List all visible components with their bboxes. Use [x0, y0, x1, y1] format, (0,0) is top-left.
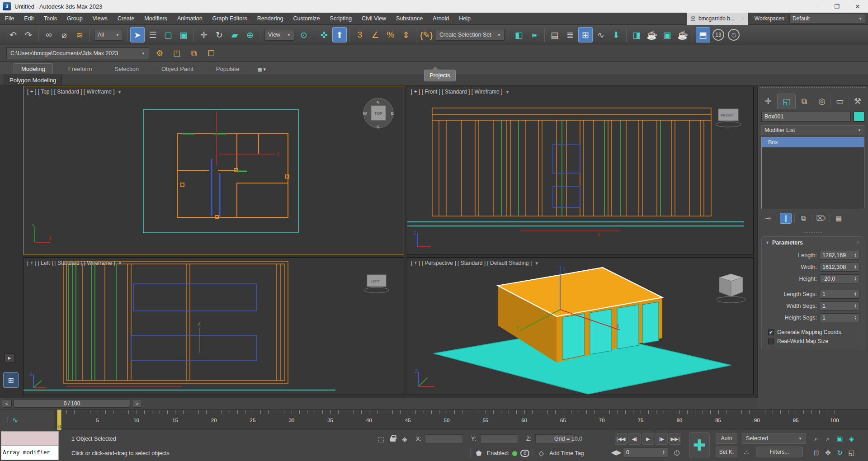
menu-graph-editors[interactable]: Graph Editors: [208, 13, 252, 25]
command-panel-tab-display[interactable]: ▭: [831, 94, 849, 109]
zoom-extents-button[interactable]: ▣: [835, 433, 845, 444]
viewport-left[interactable]: [ + ] [ Left ] [ Standard ] [ Wireframe …: [23, 257, 404, 395]
menu-modifiers[interactable]: Modifiers: [139, 13, 172, 25]
mini-curve-editor-button[interactable]: ⋮∿: [0, 409, 54, 431]
parameters-rollout-header[interactable]: ▼ Parameters ⠿: [762, 237, 864, 249]
percent-snap-icon[interactable]: %: [383, 27, 398, 42]
length-field[interactable]: 1282,169▲▼: [820, 251, 859, 260]
toggle-ribbon-icon[interactable]: ⊞: [578, 27, 593, 42]
keyboard-shortcut-override-icon[interactable]: ⬆: [332, 27, 347, 42]
curve-editor-icon[interactable]: ∿: [594, 27, 608, 42]
spinner-arrows[interactable]: ▲▼: [854, 265, 857, 269]
use-pivot-point-center-icon[interactable]: ⊙: [297, 27, 311, 42]
select-by-name-icon[interactable]: ☰: [146, 27, 160, 42]
orbit-button[interactable]: ↻: [835, 447, 845, 458]
key-mode-toggle[interactable]: ◀▶: [611, 447, 621, 457]
tab-polygon-modeling[interactable]: Polygon Modeling: [4, 75, 62, 85]
window-crossing-icon[interactable]: ▣: [176, 27, 191, 42]
menu-rendering[interactable]: Rendering: [252, 13, 288, 25]
auto-key-button[interactable]: Auto: [716, 433, 737, 444]
menu-edit[interactable]: Edit: [19, 13, 39, 25]
next-frame-button[interactable]: >: [132, 399, 142, 408]
add-time-tag[interactable]: Add Time Tag: [549, 450, 584, 456]
menu-substance[interactable]: Substance: [391, 13, 428, 25]
viewport-front[interactable]: [ + ] [ Front ] [ Standard ] [ Wireframe…: [407, 86, 754, 254]
project-settings-icon[interactable]: ⚙: [153, 47, 166, 60]
modifier-list-dropdown[interactable]: Modifier List ▼: [761, 125, 864, 135]
menu-civil-view[interactable]: Civil View: [357, 13, 391, 25]
schematic-view-icon[interactable]: ⬇: [609, 27, 623, 42]
key-filters-button[interactable]: Filters...: [756, 447, 803, 457]
width-segs-field[interactable]: 1▲▼: [820, 301, 859, 310]
maximize-button[interactable]: ❐: [826, 0, 847, 13]
align-icon[interactable]: ⫢: [527, 27, 542, 42]
viewport-perspective-label[interactable]: [ + ] [ Perspective ] [ Standard ] [ Def…: [411, 260, 532, 266]
spinner-arrows[interactable]: ▲▼: [854, 304, 857, 308]
filter-funnel-icon[interactable]: ▼: [118, 89, 122, 94]
go-to-start-button[interactable]: |◀◀: [615, 433, 627, 445]
maxscript-mini-listener[interactable]: Array modifier: [1, 431, 59, 460]
time-slider-thumb[interactable]: 0 / 100: [14, 399, 130, 408]
history-clock-icon[interactable]: ◷: [726, 27, 741, 42]
viewport-left-label[interactable]: [ + ] [ Left ] [ Standard ] [ Wireframe …: [27, 260, 115, 266]
isolate-selection-toggle[interactable]: ⬚: [376, 434, 386, 444]
material-editor-icon[interactable]: ◨: [629, 27, 644, 42]
account-menu[interactable]: bmcgarrido b... ▼: [687, 13, 748, 25]
menu-tools[interactable]: Tools: [39, 13, 62, 25]
menu-customize[interactable]: Customize: [288, 13, 325, 25]
ribbon-display-dropdown[interactable]: ▦ ▾: [255, 65, 269, 74]
viewport-top[interactable]: [ + ] [ Top ] [ Standard ] [ Wireframe ]…: [23, 86, 404, 254]
real-world-map-size-checkbox[interactable]: [768, 339, 774, 344]
viewport-front-label[interactable]: [ + ] [ Front ] [ Standard ] [ Wireframe…: [411, 89, 502, 95]
project-path-dropdown[interactable]: C:\Users\bmcga\Documents\3ds Max 2023 ▼: [6, 47, 149, 59]
tab-freeform[interactable]: Freeform: [61, 64, 99, 74]
project-add-icon[interactable]: ⧠: [204, 47, 218, 60]
viewcube[interactable]: LEFT: [364, 275, 389, 293]
shield-icon[interactable]: ⬟: [474, 448, 484, 458]
grid-panel-icon[interactable]: ⊞: [3, 372, 19, 388]
absolute-offset-toggle[interactable]: ◈: [400, 434, 410, 444]
minimize-button[interactable]: –: [806, 0, 826, 13]
select-and-scale-icon[interactable]: ▰: [227, 27, 242, 42]
menu-scripting[interactable]: Scripting: [325, 13, 357, 25]
tab-modeling[interactable]: Modeling: [14, 63, 53, 74]
menu-help[interactable]: Help: [454, 13, 476, 25]
unlink-selection-icon[interactable]: ⌀: [57, 27, 71, 42]
select-and-manipulate-icon[interactable]: ✜: [317, 27, 331, 42]
set-key-button[interactable]: Set K.: [716, 447, 737, 457]
menu-group[interactable]: Group: [62, 13, 88, 25]
filter-funnel-icon[interactable]: ▼: [534, 261, 539, 266]
key-selection-dropdown[interactable]: Selected ▼: [742, 433, 806, 444]
spinner-snap-icon[interactable]: ⇕: [399, 27, 413, 42]
spinner-arrows[interactable]: ▲▼: [854, 253, 857, 258]
close-button[interactable]: ✕: [847, 0, 868, 13]
stack-item-box[interactable]: Box: [762, 137, 864, 147]
render-production-icon[interactable]: ☕: [675, 27, 690, 42]
zoom-button[interactable]: ⌕: [811, 433, 821, 444]
selection-lock-icon[interactable]: [388, 433, 398, 443]
menu-arnold[interactable]: Arnold: [428, 13, 454, 25]
height-segs-field[interactable]: 1▲▼: [820, 313, 859, 322]
filter-funnel-icon[interactable]: ▼: [118, 261, 122, 266]
pin-stack-button[interactable]: ⊸: [762, 213, 774, 224]
workspace-dropdown[interactable]: Default ▼: [789, 14, 865, 24]
spinner-arrows[interactable]: ▲▼: [854, 315, 857, 320]
viewcube[interactable]: [717, 274, 745, 303]
panel-drag-handle[interactable]: [760, 87, 865, 91]
command-panel-tab-create[interactable]: ✛: [760, 94, 777, 109]
rendered-frame-window-icon[interactable]: ▣: [660, 27, 675, 42]
menu-views[interactable]: Views: [88, 13, 113, 25]
spinner-arrows[interactable]: ▲▼: [854, 277, 857, 281]
reference-coordinate-system-dropdown[interactable]: View▼: [264, 29, 294, 41]
command-panel-tab-hierarchy[interactable]: ⧉: [796, 94, 813, 109]
select-object-icon[interactable]: ➤: [130, 27, 145, 42]
zoom-region-button[interactable]: ⊡: [811, 447, 821, 458]
selection-filter-dropdown[interactable]: All▼: [94, 29, 123, 41]
menu-create[interactable]: Create: [113, 13, 140, 25]
x-coord-field[interactable]: [425, 434, 463, 443]
listener-script-cell[interactable]: Array modifier: [1, 446, 58, 460]
tab-populate[interactable]: Populate: [209, 64, 246, 74]
undo-icon[interactable]: ↶: [6, 27, 20, 42]
select-and-rotate-icon[interactable]: ↻: [212, 27, 226, 42]
rectangular-selection-region-icon[interactable]: ▢: [161, 27, 175, 42]
